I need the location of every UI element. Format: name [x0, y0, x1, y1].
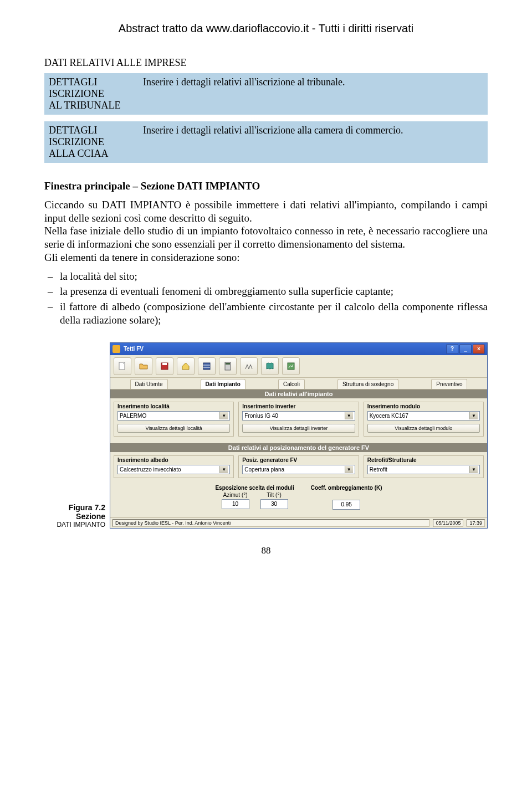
definition-box-tribunale: DETTAGLI ISCRIZIONE AL TRIBUNALE Inserir…: [44, 73, 488, 115]
input-azimut[interactable]: 10: [222, 499, 249, 509]
combo-posizione[interactable]: Copertura piana▼: [242, 465, 355, 474]
section-bar-posizionamento: Dati relativi al posizionamento del gene…: [110, 443, 487, 452]
toolbar-structure-icon[interactable]: [240, 357, 258, 375]
svg-rect-7: [226, 363, 230, 365]
group-coeff-ombreggiamento: Coeff. ombreggiamento (K) 0.95: [311, 485, 382, 510]
tab-calcoli[interactable]: Calcoli: [278, 379, 305, 389]
term-line: AL TRIBUNALE: [49, 100, 143, 111]
toolbar-home-icon[interactable]: [177, 357, 195, 375]
status-designer: Designed by Studio IESL - Per. Ind. Anto…: [112, 519, 429, 527]
group-title: Inserimento modulo: [367, 403, 480, 409]
status-bar: Designed by Studio IESL - Per. Ind. Anto…: [110, 517, 487, 528]
group-modulo: Inserimento modulo Kyocera KC167▼ Visual…: [364, 402, 484, 437]
tab-dati-utente[interactable]: Dati Utente: [130, 379, 168, 389]
chevron-down-icon[interactable]: ▼: [219, 466, 228, 473]
combo-localita[interactable]: PALERMO▼: [117, 411, 230, 420]
status-time: 17:39: [467, 519, 485, 527]
toolbar-save-icon[interactable]: [156, 357, 173, 375]
definition-text: Inserire i dettagli relativi all'iscrizi…: [143, 125, 483, 160]
term-line: ISCRIZIONE: [49, 88, 143, 100]
term-line: DETTAGLI: [49, 76, 143, 88]
close-button[interactable]: ×: [473, 344, 485, 354]
body-paragraph: Ciccando su DATI IMPIANTO è possibile im…: [44, 198, 488, 225]
group-title: Inserimento inverter: [242, 403, 355, 409]
label-azimut: Azimut (°): [222, 492, 249, 498]
definition-text: Inserire i dettagli relativi all'iscrizi…: [143, 76, 483, 111]
group-localita: Inserimento località PALERMO▼ Visualizza…: [114, 402, 234, 437]
list-item: il fattore di albedo (composizione dell'…: [60, 300, 488, 327]
section-bar-impianto: Dati relativi all'impianto: [110, 389, 487, 398]
combo-inverter[interactable]: Fronius IG 40▼: [242, 411, 355, 420]
titlebar: Tetti FV ? _ ×: [110, 343, 487, 355]
minimize-button[interactable]: _: [459, 344, 472, 354]
group-esposizione: Esposizione scelta dei moduli Azimut (°)…: [215, 485, 294, 510]
chevron-down-icon[interactable]: ▼: [219, 412, 228, 419]
list-item: la località del sito;: [60, 270, 488, 283]
chevron-down-icon[interactable]: ▼: [469, 466, 478, 473]
app-icon: [112, 345, 120, 353]
term-line: DETTAGLI: [49, 125, 143, 136]
tab-preventivo[interactable]: Preventivo: [431, 379, 467, 389]
list-item: la presenza di eventuali fenomeni di omb…: [60, 285, 488, 298]
toolbar-calc-icon[interactable]: [219, 357, 237, 375]
combo-retrofit[interactable]: Retrofit▼: [367, 465, 480, 474]
page-number: 88: [44, 545, 488, 556]
definition-box-cciaa: DETTAGLI ISCRIZIONE ALLA CCIAA Inserire …: [44, 121, 488, 163]
combo-albedo[interactable]: Calcestruzzo invecchiato▼: [117, 465, 230, 474]
group-title: Retrofit/Strutturale: [367, 457, 480, 463]
app-window: Tetti FV ? _ × Dati Utente Dati Impianto: [110, 342, 488, 529]
toolbar-report-icon[interactable]: [282, 357, 300, 375]
chevron-down-icon[interactable]: ▼: [469, 412, 478, 419]
toolbar-open-icon[interactable]: [135, 357, 152, 375]
input-tilt[interactable]: 30: [260, 499, 288, 509]
group-retrofit: Retrofit/Strutturale Retrofit▼: [364, 455, 484, 478]
toolbar-book-icon[interactable]: [261, 357, 279, 375]
term-line: ISCRIZIONE: [49, 136, 143, 148]
group-albedo: Inserimento albedo Calcestruzzo invecchi…: [114, 455, 234, 478]
combo-modulo[interactable]: Kyocera KC167▼: [367, 411, 480, 420]
subsection-heading: Finestra principale – Sezione DATI IMPIA…: [44, 180, 488, 193]
toolbar-panel-icon[interactable]: [198, 357, 216, 375]
abstract-header: Abstract tratto da www.darioflaccovio.it…: [44, 22, 488, 35]
group-title: Inserimento albedo: [117, 457, 230, 463]
tab-struttura[interactable]: Struttura di sostegno: [337, 379, 398, 389]
group-title: Inserimento località: [117, 403, 230, 409]
body-paragraph: Gli elementi da tenere in considerazione…: [44, 251, 488, 264]
group-posizione: Posiz. generatore FV Copertura piana▼: [238, 455, 359, 478]
section-title: DATI RELATIVI ALLE IMPRESE: [44, 57, 488, 69]
btn-dettagli-modulo[interactable]: Visualizza dettagli modulo: [367, 424, 480, 433]
window-title: Tetti FV: [124, 346, 144, 352]
tab-dati-impianto[interactable]: Dati Impianto: [201, 379, 245, 389]
input-coeff-k[interactable]: 0.95: [332, 500, 360, 510]
chevron-down-icon[interactable]: ▼: [345, 412, 353, 419]
group-inverter: Inserimento inverter Fronius IG 40▼ Visu…: [238, 402, 359, 437]
help-button[interactable]: ?: [446, 344, 458, 354]
svg-rect-2: [162, 363, 167, 365]
chevron-down-icon[interactable]: ▼: [345, 466, 353, 473]
figure-caption: Figura 7.2 Sezione DATI IMPIANTO: [44, 503, 110, 529]
status-date: 05/11/2005: [433, 519, 463, 527]
toolbar-new-icon[interactable]: [114, 357, 131, 375]
tab-bar: Dati Utente Dati Impianto Calcoli Strutt…: [110, 378, 487, 389]
body-paragraph: Nella fase iniziale dello studio di un i…: [44, 224, 488, 251]
group-title: Posiz. generatore FV: [242, 457, 355, 463]
toolbar: [110, 355, 487, 378]
label-tilt: Tilt (°): [260, 492, 288, 498]
btn-dettagli-inverter[interactable]: Visualizza dettagli inverter: [242, 424, 355, 433]
btn-dettagli-localita[interactable]: Visualizza dettagli località: [117, 424, 230, 433]
svg-rect-3: [203, 363, 210, 370]
term-line: ALLA CCIAA: [49, 148, 143, 160]
